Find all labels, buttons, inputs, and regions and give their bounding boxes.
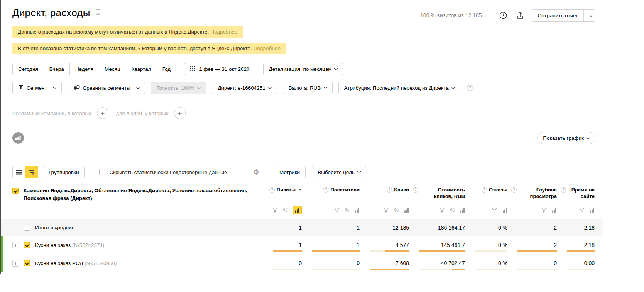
cell-time: 2:18 — [561, 219, 598, 236]
percent-icon[interactable]: % — [450, 207, 455, 213]
history-clock-button[interactable] — [498, 10, 509, 21]
metric-bar — [312, 269, 360, 270]
date-range-button[interactable]: 1 фев — 31 окт 2020 — [184, 63, 255, 75]
expand-row-button[interactable]: + — [12, 242, 19, 248]
column-header-click-cost[interactable]: ?Стоимость кликов, RUB — [413, 187, 469, 202]
accuracy-label: Точность: 100% — [157, 85, 194, 91]
choose-goal-label: Выберите цель — [318, 169, 355, 175]
attribution-button[interactable]: Атрибуция: Последний переход из Директа — [338, 82, 460, 94]
hide-unreliable-checkbox[interactable] — [99, 169, 105, 175]
percent-icon[interactable]: % — [394, 207, 399, 213]
metrics-button[interactable]: Метрики — [274, 166, 306, 178]
add-people-condition-button[interactable]: + — [174, 107, 186, 119]
page-title: Директ, расходы — [12, 7, 90, 19]
help-icon[interactable]: ? — [467, 85, 473, 91]
barchart-icon[interactable] — [460, 208, 465, 213]
period-quarter[interactable]: Квартал — [126, 63, 157, 75]
select-all-checkbox[interactable] — [12, 188, 19, 194]
accuracy-button[interactable]: Точность: 100% — [151, 82, 206, 94]
question-icon[interactable]: ? — [323, 187, 328, 193]
gear-icon[interactable]: ⚙ — [253, 168, 259, 176]
column-header-depth[interactable]: ?Глубина просмотра — [511, 187, 561, 202]
question-icon[interactable]: ? — [561, 187, 566, 193]
column-header-visitors[interactable]: ?Посетители — [306, 187, 363, 202]
export-share-button[interactable] — [515, 10, 526, 21]
notice-more-link[interactable]: Подробнее — [254, 45, 281, 51]
row-checkbox[interactable] — [24, 242, 30, 248]
filter-icon[interactable] — [439, 208, 445, 213]
cell-time: 2:18 — [561, 236, 598, 254]
filter-icon[interactable] — [579, 208, 584, 213]
period-yesterday[interactable]: Вчера — [44, 63, 70, 75]
column-header-visits[interactable]: ?Визиты▼ — [267, 187, 306, 202]
percent-icon[interactable]: % — [345, 207, 349, 213]
dimension-header: Кампания Яндекс.Директа, Объявление Янде… — [1, 187, 267, 202]
cell-click-cost: 186 164,17 — [413, 219, 469, 236]
period-week[interactable]: Неделя — [69, 63, 99, 75]
campaign-name-link[interactable]: Кухни на заказ (N-50242374) — [35, 242, 104, 248]
question-icon[interactable]: ? — [269, 187, 275, 193]
notice-more-link[interactable]: Подробнее — [210, 29, 237, 35]
chart-handle-icon[interactable] — [12, 132, 24, 144]
percent-icon[interactable]: % — [283, 207, 287, 213]
barchart-icon[interactable] — [502, 208, 507, 213]
expand-row-button[interactable]: + — [12, 260, 19, 267]
list-view-button[interactable] — [12, 166, 25, 178]
groupings-button[interactable]: Группировки — [43, 166, 85, 178]
barchart-icon[interactable] — [404, 208, 409, 213]
campaign-name-link[interactable]: Кухни на заказ РСЯ (N-51390950) — [35, 260, 117, 266]
cell-click-cost: 145 461,7 — [413, 236, 469, 254]
hide-unreliable-toggle[interactable]: Скрывать статистически недостоверные дан… — [99, 169, 227, 175]
filter-icon[interactable] — [541, 208, 546, 213]
barchart-icon[interactable] — [293, 206, 302, 214]
column-header-time[interactable]: ?Время на сайте — [561, 187, 598, 202]
show-chart-button[interactable]: Показать график — [537, 132, 595, 144]
question-icon[interactable]: ? — [413, 187, 418, 193]
metric-bar — [517, 250, 557, 252]
controls-click-cost: % — [413, 206, 469, 214]
controls-depth — [511, 206, 561, 214]
cell-visits: 1 — [267, 236, 306, 254]
question-icon[interactable]: ? — [387, 187, 392, 193]
hide-unreliable-label: Скрывать статистически недостоверные дан… — [109, 169, 227, 175]
filter-icon[interactable] — [492, 208, 497, 213]
chart-toggle-row: Показать график — [12, 132, 595, 144]
metric-bar — [567, 250, 595, 252]
save-report-dropdown[interactable] — [583, 10, 595, 21]
period-month[interactable]: Месяц — [99, 63, 126, 75]
add-campaign-condition-button[interactable]: + — [97, 107, 108, 119]
period-today[interactable]: Сегодня — [12, 63, 44, 75]
bookmark-icon[interactable] — [95, 8, 101, 18]
table-header: Кампания Яндекс.Директа, Объявление Янде… — [1, 182, 603, 203]
column-header-clicks[interactable]: ?Клики — [363, 187, 413, 202]
row-checkbox[interactable] — [24, 225, 30, 231]
period-year[interactable]: Год — [157, 63, 177, 75]
period-row: Сегодня Вчера Неделя Месяц Квартал Год 1… — [12, 63, 603, 75]
filter-icon[interactable] — [334, 208, 339, 213]
question-icon[interactable]: ? — [511, 187, 517, 193]
detalization-button[interactable]: Детализация: по месяцам — [263, 63, 343, 75]
metric-bar — [419, 250, 465, 252]
column-header-bounces[interactable]: ?Отказы — [469, 187, 511, 202]
filter-icon[interactable] — [384, 208, 389, 213]
filter-icon[interactable] — [272, 208, 277, 213]
row-checkbox[interactable] — [24, 260, 30, 266]
segment-button[interactable]: Сегмент — [12, 82, 62, 94]
compare-segments-button[interactable]: Сравнить сегменты — [68, 82, 145, 94]
metric-bar — [312, 250, 360, 252]
cell-time: 0:00 — [561, 254, 598, 272]
choose-goal-button[interactable]: Выберите цель — [312, 166, 366, 178]
attribution-label: Атрибуция: Последний переход из Директа — [344, 85, 449, 91]
question-icon[interactable]: ? — [482, 187, 487, 193]
table-row: + Кухни на заказ (N-50242374) 1 1 4 577 … — [1, 236, 603, 254]
table-toolbar: Группировки Скрывать статистически недос… — [1, 162, 603, 182]
save-report-button[interactable]: Сохранить отчет — [532, 9, 595, 22]
barchart-icon[interactable] — [355, 208, 360, 213]
top-bar: Директ, расходы 100 % визитов из 12 185 … — [1, 0, 603, 22]
currency-button[interactable]: Валюта: RUB — [283, 82, 333, 94]
save-report-label: Сохранить отчет — [532, 10, 583, 21]
barchart-icon[interactable] — [552, 208, 557, 213]
barchart-icon[interactable] — [590, 208, 595, 213]
tree-view-button[interactable] — [25, 166, 38, 178]
direct-account-button[interactable]: Директ: e-16604251 — [212, 82, 277, 94]
